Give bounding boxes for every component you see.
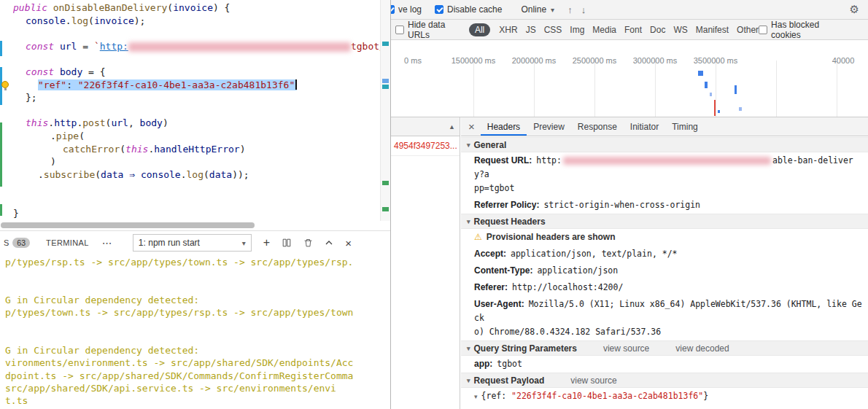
- code-token: (: [120, 144, 125, 155]
- code-token: [54, 66, 60, 77]
- code-token: (: [88, 15, 94, 26]
- terminal-line: vironments/environment.ts -> src/app/sha…: [5, 357, 390, 369]
- timeline-label: 3000000 ms: [633, 56, 678, 65]
- screen: public onDisableBanDelivery(invoice) {co…: [0, 0, 868, 409]
- tab-response[interactable]: Response: [571, 118, 624, 136]
- code-token: const: [26, 41, 54, 52]
- code-token: ,: [128, 117, 140, 128]
- lightbulb-code-action-icon[interactable]: [1, 81, 9, 88]
- filter-type-xhr[interactable]: XHR: [499, 25, 517, 35]
- code-token: [47, 2, 53, 13]
- timeline-activity-mark: [705, 82, 708, 88]
- filter-type-css[interactable]: CSS: [544, 25, 562, 35]
- hide-data-urls-checkbox[interactable]: [395, 26, 404, 34]
- has-blocked-cookies-checkbox[interactable]: [759, 26, 767, 34]
- payload-preview-row[interactable]: ▾{ref: "226f3f4f-ca10-4be1-aa3a-c2ab481b…: [461, 388, 868, 405]
- tab-headers[interactable]: Headers: [481, 118, 527, 136]
- preserve-log-checkbox[interactable]: [391, 5, 395, 14]
- header-name: Referer:: [474, 282, 508, 292]
- terminal-output[interactable]: p/types/rsp.ts -> src/app/types/town.ts …: [5, 256, 390, 409]
- payload-preview-string: "226f3f4f-ca10-4be1-aa3a-c2ab481b13f6": [511, 391, 703, 401]
- code-token: http:: [100, 41, 128, 52]
- editor-horizontal-scrollbar[interactable]: [0, 220, 380, 230]
- request-list-header[interactable]: ▲: [391, 117, 460, 136]
- code-token: ⇒: [129, 169, 135, 180]
- gutter-modified-bar: [0, 41, 2, 56]
- section-query-params[interactable]: ▾ Query String Parameters view source vi…: [461, 340, 868, 356]
- import-har-icon[interactable]: ↑: [567, 4, 573, 15]
- section-general[interactable]: ▾ General: [461, 137, 868, 152]
- timeline-label: 2000000 ms: [512, 56, 557, 65]
- header-value: strict-origin-when-cross-origin: [543, 200, 700, 210]
- code-lines[interactable]: public onDisableBanDelivery(invoice) {co…: [13, 1, 380, 220]
- header-row: Referer:http://localhost:4200/: [461, 279, 868, 296]
- filter-type-doc[interactable]: Doc: [650, 25, 665, 35]
- filter-type-manifest[interactable]: Manifest: [696, 25, 729, 35]
- new-terminal-button[interactable]: +: [263, 237, 270, 249]
- terminal-line: p/types/town.ts -> src/app/types/rsp.ts …: [5, 306, 390, 319]
- code-line: const body = {: [13, 66, 380, 79]
- code-line: .pipe(: [13, 130, 380, 143]
- filter-type-img[interactable]: Img: [570, 25, 584, 35]
- close-details-icon[interactable]: ×: [468, 120, 475, 133]
- close-panel-button[interactable]: ×: [345, 237, 352, 249]
- code-line: [13, 27, 380, 40]
- terminal-selector-dropdown[interactable]: 1: npm run start ▾: [133, 234, 252, 252]
- request-headers-rows: Accept:application/json, text/plain, */*…: [461, 246, 868, 340]
- throttling-dropdown[interactable]: Online ▾: [521, 4, 554, 15]
- header-name: User-Agent:: [474, 299, 524, 309]
- kill-terminal-button[interactable]: [303, 238, 313, 248]
- code-editor-pane: public onDisableBanDelivery(invoice) {co…: [0, 0, 390, 409]
- code-token: =: [77, 41, 93, 52]
- code-token: data: [209, 169, 232, 180]
- section-request-payload[interactable]: ▾ Request Payload view source: [461, 373, 868, 388]
- scrollbar-thumb[interactable]: [1, 222, 255, 228]
- code-token: ): [50, 156, 56, 167]
- export-har-icon[interactable]: ↓: [581, 4, 586, 15]
- disable-cache-checkbox[interactable]: [435, 5, 443, 14]
- gutter-added-bar: [0, 204, 2, 216]
- filter-type-font[interactable]: Font: [624, 25, 642, 35]
- tab-terminal[interactable]: TERMINAL: [46, 238, 89, 247]
- tab-preview[interactable]: Preview: [527, 118, 571, 136]
- request-row-failed[interactable]: 4954f3497253...: [391, 136, 460, 156]
- view-decoded-link[interactable]: view decoded: [675, 343, 729, 354]
- timeline-gridline: [534, 61, 535, 117]
- code-line: };: [13, 91, 380, 104]
- code-token: (: [204, 169, 209, 180]
- more-actions-icon[interactable]: ⋯: [102, 237, 112, 249]
- split-terminal-button[interactable]: [282, 238, 292, 248]
- filter-type-other[interactable]: Other: [737, 25, 759, 35]
- section-request-headers[interactable]: ▾ Request Headers: [461, 214, 868, 229]
- tab-initiator[interactable]: Initiator: [624, 118, 665, 136]
- request-url-row: Request URL:http:able-ban-delivery?a pp=…: [461, 152, 868, 197]
- code-token: ): [240, 144, 246, 155]
- filter-type-media[interactable]: Media: [592, 25, 616, 35]
- code-token: :: [66, 79, 78, 90]
- view-source-link[interactable]: view source: [603, 343, 649, 354]
- filter-type-ws[interactable]: WS: [673, 25, 687, 35]
- settings-gear-icon[interactable]: ⚙: [850, 3, 859, 16]
- editor-vertical-scrollbar[interactable]: [380, 0, 390, 221]
- terminal-line: [5, 332, 390, 344]
- preserve-log-label[interactable]: ve log: [398, 4, 422, 15]
- tab-problems-fragment[interactable]: S: [4, 238, 9, 247]
- code-line: public onDisableBanDelivery(invoice) {: [13, 1, 380, 15]
- code-token: log: [71, 15, 88, 26]
- maximize-panel-button[interactable]: [325, 238, 333, 247]
- disclosure-triangle-icon: ▾: [467, 141, 470, 149]
- code-token: data: [101, 169, 123, 180]
- filter-type-all[interactable]: All: [469, 23, 490, 36]
- code-token: .: [181, 169, 187, 180]
- code-line: [13, 52, 380, 66]
- view-source-link[interactable]: view source: [570, 375, 616, 386]
- tab-timing[interactable]: Timing: [665, 118, 705, 136]
- timeline-label: 0 ms: [404, 56, 422, 65]
- disclosure-triangle-icon[interactable]: ▾: [474, 393, 478, 400]
- timeline-gridline: [716, 61, 716, 117]
- code-line: "ref": "226f3f4f-ca10-4be1-aa3a-c2ab481b…: [13, 79, 380, 92]
- terminal-line: t.ts: [5, 394, 390, 407]
- filter-type-js[interactable]: JS: [526, 25, 536, 35]
- code-token: const: [26, 66, 54, 77]
- timeline-overview[interactable]: 0 ms1500000 ms2000000 ms2500000 ms300000…: [391, 40, 868, 117]
